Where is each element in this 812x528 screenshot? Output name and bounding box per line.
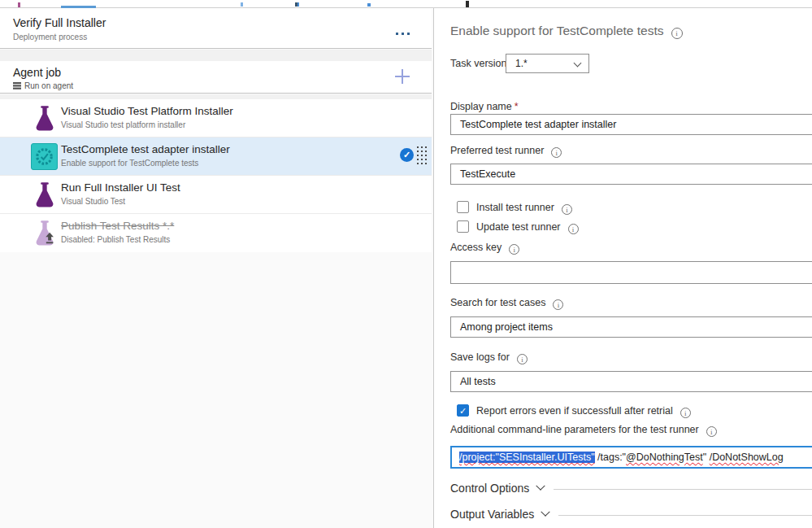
vs-flask-icon — [31, 181, 59, 209]
info-icon[interactable] — [553, 299, 563, 310]
task-title: Visual Studio Test Platform Installer — [61, 105, 233, 117]
pipeline-task-editor: Verify Full Installer Deployment process… — [0, 0, 812, 528]
section-divider — [554, 489, 812, 490]
testcomplete-icon — [31, 143, 58, 170]
access-key-label: Access key — [450, 242, 519, 255]
info-icon[interactable] — [551, 147, 562, 158]
toolbar-fragment — [241, 2, 243, 7]
toolbar-fragment — [466, 1, 469, 7]
additional-parameters-label: Additional command-line parameters for t… — [450, 424, 717, 437]
search-for-test-cases-dropdown[interactable]: Among project items — [450, 316, 812, 338]
drag-handle[interactable] — [417, 146, 427, 164]
info-icon[interactable] — [568, 224, 579, 234]
task-subtitle: Visual Studio Test — [61, 197, 125, 206]
task-settings-title: Enable support for TestComplete tests — [450, 24, 683, 39]
update-test-runner-checkbox[interactable] — [457, 220, 469, 233]
task-row-run-full-installer-ui-test[interactable]: Run Full Installer UI Test Visual Studio… — [0, 176, 432, 214]
vs-flask-icon — [31, 105, 59, 133]
control-options-label: Control Options — [450, 482, 529, 495]
install-test-runner-label: Install test runner — [476, 202, 572, 215]
misspelled-token: /DoNotShowLog — [710, 452, 784, 463]
task-list: Visual Studio Test Platform Installer Vi… — [0, 99, 432, 252]
agent-job-card[interactable]: Agent job Run on agent — [0, 61, 432, 94]
toolbar-fragment — [18, 2, 20, 7]
info-icon[interactable] — [509, 244, 519, 255]
info-icon[interactable] — [706, 426, 717, 437]
task-selected-check-icon — [400, 148, 414, 162]
selected-text: /project:"SESInstaller.UITests" — [459, 452, 595, 463]
task-row-vs-test-platform-installer[interactable]: Visual Studio Test Platform Installer Vi… — [0, 99, 432, 137]
process-title: Verify Full Installer — [13, 16, 106, 29]
task-row-publish-test-results-disabled[interactable]: Publish Test Results *.* Disabled: Publi… — [0, 214, 432, 252]
agent-icon — [13, 82, 21, 89]
task-title: Publish Test Results *.* — [61, 220, 174, 232]
update-test-runner-label: Update test runner — [476, 221, 579, 234]
task-title: TestComplete test adapter installer — [61, 143, 230, 155]
vs-flask-disabled-icon — [31, 220, 59, 247]
task-row-testcomplete-adapter[interactable]: TestComplete test adapter installer Enab… — [0, 137, 432, 176]
report-errors-label: Report errors even if successfull after … — [476, 405, 691, 418]
additional-parameters-input[interactable]: /project:"SESInstaller.UITests" /tags:"@… — [450, 446, 812, 469]
display-name-label: Display name* — [450, 101, 519, 112]
task-subtitle: Enable support for TestComplete tests — [61, 159, 198, 168]
toolbar-fragment — [367, 3, 371, 7]
task-subtitle: Disabled: Publish Test Results — [61, 235, 170, 244]
agent-job-subtitle: Run on agent — [13, 81, 73, 90]
chevron-down-icon — [536, 482, 545, 491]
access-key-input[interactable] — [450, 261, 812, 284]
required-marker: * — [515, 101, 519, 112]
card-gap — [0, 50, 432, 61]
preferred-test-runner-label: Preferred test runner — [450, 145, 562, 158]
display-name-input[interactable]: TestComplete test adapter installer — [450, 114, 812, 135]
save-logs-for-dropdown[interactable]: All tests — [450, 371, 812, 392]
report-errors-checkbox[interactable] — [457, 404, 469, 417]
active-tab-underline — [61, 6, 96, 8]
install-test-runner-checkbox[interactable] — [457, 201, 469, 213]
panel-divider — [433, 8, 434, 528]
misspelled-token: @DoNothingTest — [626, 452, 703, 463]
info-icon[interactable] — [517, 354, 528, 364]
more-actions-icon[interactable] — [396, 33, 414, 37]
preferred-test-runner-dropdown[interactable]: TestExecute — [450, 164, 812, 185]
info-icon[interactable] — [562, 204, 572, 215]
task-version-dropdown[interactable]: 1.* — [506, 54, 589, 73]
section-divider — [558, 515, 812, 516]
toolbar-fragment — [295, 2, 299, 7]
info-icon[interactable] — [671, 28, 683, 39]
chevron-down-icon — [541, 508, 550, 517]
output-variables-section[interactable]: Output Variables — [450, 508, 812, 521]
top-toolbar-cutoff — [0, 0, 812, 8]
save-logs-for-label: Save logs for — [450, 351, 528, 364]
control-options-section[interactable]: Control Options — [450, 482, 812, 495]
task-title: Run Full Installer UI Test — [61, 181, 180, 194]
chevron-down-icon — [574, 59, 582, 68]
task-version-label: Task version — [450, 58, 506, 69]
add-task-button[interactable] — [393, 68, 411, 85]
deployment-process-card: Verify Full Installer Deployment process — [0, 9, 432, 49]
info-icon[interactable] — [680, 408, 691, 418]
task-subtitle: Visual Studio test platform installer — [61, 120, 185, 129]
agent-job-title: Agent job — [13, 66, 61, 79]
search-for-test-cases-label: Search for test cases — [450, 297, 563, 310]
process-subtitle: Deployment process — [13, 33, 87, 41]
output-variables-label: Output Variables — [450, 508, 534, 521]
